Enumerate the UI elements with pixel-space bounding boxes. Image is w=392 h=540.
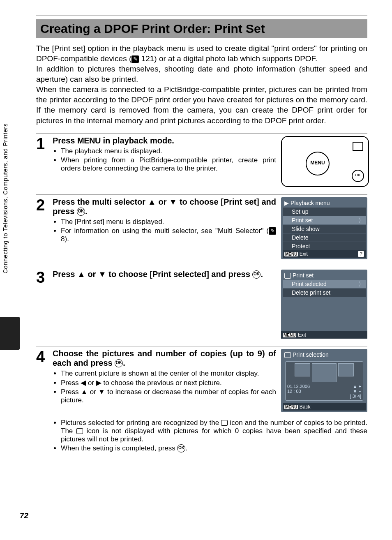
print-icon (284, 352, 291, 358)
content: Creating a DPOF Print Order: Print Set T… (36, 16, 367, 453)
lcd-title: ▶ Playback menu (283, 199, 366, 207)
bullet: The playback menu is displayed. (61, 147, 276, 155)
thumbnail (295, 363, 310, 376)
step-1: 1 Press MENU in playback mode. The playb… (36, 133, 367, 187)
ok-icon: OK (77, 208, 85, 216)
mode-icon (353, 142, 363, 151)
bullet: For information on using the multi selec… (61, 227, 276, 243)
plus-icon: ▲ + (353, 384, 361, 389)
intro-p2: In addition to pictures themselves, shoo… (36, 64, 367, 84)
intro-p1: The [Print set] option in the playback m… (36, 43, 367, 64)
lcd-print-selection: Print selection 01.1 (281, 349, 367, 412)
print-icon (284, 273, 291, 279)
ok-button-icon: OK (352, 170, 364, 182)
bullet: Press ◀ or ▶ to choose the previous or n… (61, 378, 276, 387)
menu-badge: MENU (284, 405, 298, 409)
ref-icon: ✎ (131, 55, 139, 63)
step-number: 1 (36, 136, 53, 187)
bullet: When the setting is completed, press OK. (61, 444, 367, 453)
step-heading: Press ▲ or ▼ to choose [Print selected] … (53, 270, 276, 279)
step-2: 2 Press the multi selector ▲ or ▼ to cho… (36, 194, 367, 259)
ref-icon: ✎ (269, 227, 276, 235)
step-number: 2 (36, 197, 53, 259)
ok-icon: OK (115, 359, 123, 367)
intro-block: The [Print set] option in the playback m… (36, 43, 367, 126)
lcd-item: Slide show (283, 224, 366, 233)
print-icon (76, 428, 83, 434)
step-heading: Press the multi selector ▲ or ▼ to choos… (53, 197, 276, 216)
lcd-footer: MENU Exit (281, 331, 367, 339)
lcd-footer: MENU Exit ? (283, 250, 366, 258)
lcd-title: Print set (283, 271, 366, 279)
lcd-footer: MENU Back (283, 403, 366, 411)
menu-badge: MENU (283, 333, 296, 337)
ok-icon: OK (177, 444, 185, 452)
bullet: The current picture is shown at the cent… (61, 369, 276, 378)
step-bullets-cont: Pictures selected for printing are recog… (53, 419, 367, 454)
step-4: 4 Choose the pictures and number of copi… (36, 346, 367, 454)
step-bullets: The current picture is shown at the cent… (53, 369, 276, 404)
steps: 1 Press MENU in playback mode. The playb… (36, 133, 367, 454)
camera-illustration: MENU OK (281, 136, 367, 187)
thumbnail-strip: 01.12.2006 12 : 00 ▲ + ▼ − [ (285, 361, 363, 401)
step-number: 4 (36, 349, 53, 454)
help-icon: ? (358, 251, 364, 257)
lcd-playback-menu: ▶ Playback menu Set up Print set Slide s… (281, 197, 367, 259)
step-3: 3 Press ▲ or ▼ to choose [Print selected… (36, 267, 367, 339)
bullet: Press ▲ or ▼ to increase or decrease the… (61, 388, 276, 404)
minus-icon: ▼ − (353, 389, 361, 394)
lcd-item: Delete (283, 233, 366, 242)
menu-word: MENU (77, 136, 101, 145)
bullet: When printing from a PictBridge-compatib… (61, 156, 276, 173)
menu-button-icon: MENU (306, 152, 330, 175)
side-section-label: Connecting to Televisions, Computers, an… (2, 123, 9, 274)
intro-p3: When the camera is connected to a PictBr… (36, 84, 367, 125)
lcd-title: Print selection (283, 351, 366, 359)
lcd-item: Set up (283, 207, 366, 216)
lcd-date: 01.12.2006 (287, 384, 310, 389)
step-bullets: The playback menu is displayed. When pri… (53, 147, 276, 173)
menu-badge: MENU (284, 252, 298, 256)
lcd-item-selected: Print set (283, 216, 366, 224)
lcd-print-set: Print set Print selected Delete print se… (281, 270, 367, 339)
page-title: Creating a DPOF Print Order: Print Set (40, 22, 363, 36)
step-number: 3 (36, 270, 53, 339)
page-number: 72 (20, 511, 28, 520)
step-bullets: The [Print set] menu is displayed. For i… (53, 218, 276, 243)
lcd-item-selected: Print selected (283, 279, 366, 288)
side-tab (0, 317, 20, 350)
lcd-item: Delete print set (283, 288, 366, 297)
bullet: The [Print set] menu is displayed. (61, 218, 276, 226)
title-bar: Creating a DPOF Print Order: Print Set (36, 19, 367, 38)
page: Connecting to Televisions, Computers, an… (0, 0, 392, 540)
lcd-item: Protect (283, 242, 366, 250)
lcd-time: 12 : 00 (287, 389, 310, 394)
thumbnail (338, 363, 354, 376)
bullet: Pictures selected for printing are recog… (61, 419, 367, 443)
print-icon (221, 420, 228, 426)
lcd-counter: [ 3/ 4] (287, 394, 361, 399)
rule-top (36, 16, 367, 16)
thumbnail-current (312, 363, 337, 382)
step-heading: Choose the pictures and number of copies… (53, 349, 276, 368)
step-heading: Press MENU in playback mode. (53, 136, 276, 145)
ok-icon: OK (252, 270, 261, 279)
